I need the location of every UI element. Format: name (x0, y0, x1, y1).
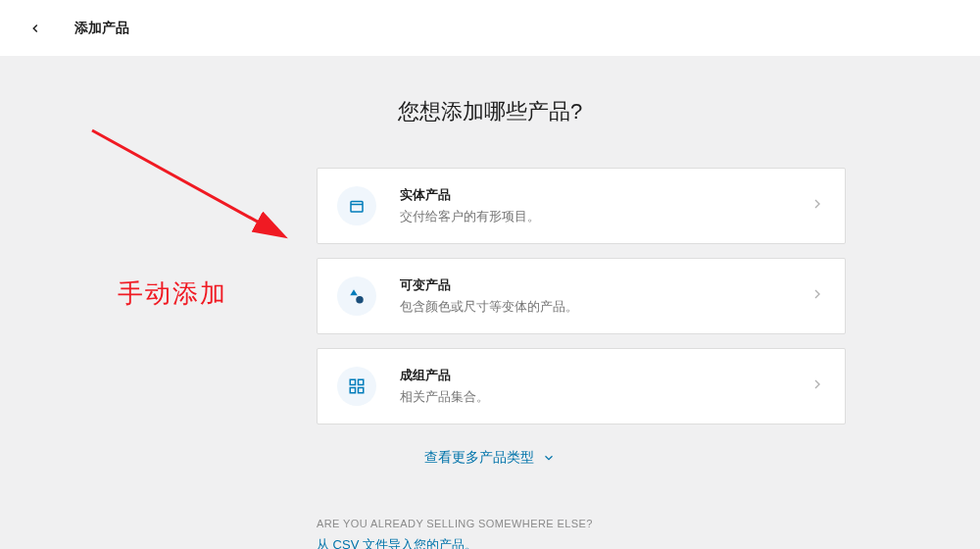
svg-point-3 (356, 296, 364, 304)
card-grouped-product[interactable]: 成组产品 相关产品集合。 (317, 348, 846, 424)
annotation-arrow (86, 125, 312, 262)
page-title: 添加产品 (74, 20, 129, 37)
card-physical-product[interactable]: 实体产品 交付给客户的有形项目。 (317, 168, 846, 244)
back-button[interactable] (18, 11, 53, 46)
card-body: 成组产品 相关产品集合。 (400, 367, 809, 406)
chevron-left-icon (28, 22, 42, 35)
chevron-right-icon (809, 376, 825, 396)
card-desc: 交付给客户的有形项目。 (400, 208, 809, 225)
svg-rect-5 (359, 379, 364, 384)
selling-caption: ARE YOU ALREADY SELLING SOMEWHERE ELSE? (317, 518, 846, 529)
selling-elsewhere-section: ARE YOU ALREADY SELLING SOMEWHERE ELSE? … (317, 518, 846, 549)
card-desc: 相关产品集合。 (400, 388, 809, 406)
box-icon (337, 186, 376, 225)
card-title: 实体产品 (400, 186, 809, 204)
content-area: 您想添加哪些产品? 实体产品 交付给客户的有形项目。 可变产品 包含颜色或尺寸等… (0, 56, 980, 549)
card-variable-product[interactable]: 可变产品 包含颜色或尺寸等变体的产品。 (317, 258, 846, 334)
svg-rect-4 (350, 379, 355, 384)
card-title: 可变产品 (400, 276, 809, 294)
csv-import-link[interactable]: 从 CSV 文件导入您的产品。 (317, 537, 477, 549)
card-desc: 包含颜色或尺寸等变体的产品。 (400, 298, 809, 316)
page-header: 添加产品 (0, 0, 980, 56)
chevron-right-icon (809, 286, 825, 306)
annotation-manual-add: 手动添加 (118, 276, 227, 311)
more-types-link[interactable]: 查看更多产品类型 (424, 449, 556, 467)
shapes-icon (337, 276, 376, 316)
more-types-label: 查看更多产品类型 (424, 449, 534, 467)
card-title: 成组产品 (400, 367, 809, 384)
grid-icon (337, 367, 376, 406)
product-type-cards: 实体产品 交付给客户的有形项目。 可变产品 包含颜色或尺寸等变体的产品。 (317, 168, 846, 424)
svg-rect-0 (351, 202, 363, 213)
card-body: 可变产品 包含颜色或尺寸等变体的产品。 (400, 276, 809, 316)
chevron-down-icon (542, 451, 556, 465)
more-types-link-wrap: 查看更多产品类型 (0, 448, 980, 467)
card-body: 实体产品 交付给客户的有形项目。 (400, 186, 809, 225)
svg-marker-2 (350, 289, 358, 295)
svg-rect-7 (359, 388, 364, 393)
chevron-right-icon (809, 196, 825, 216)
svg-line-9 (92, 130, 280, 234)
svg-rect-6 (350, 388, 355, 393)
main-heading: 您想添加哪些产品? (0, 97, 980, 126)
